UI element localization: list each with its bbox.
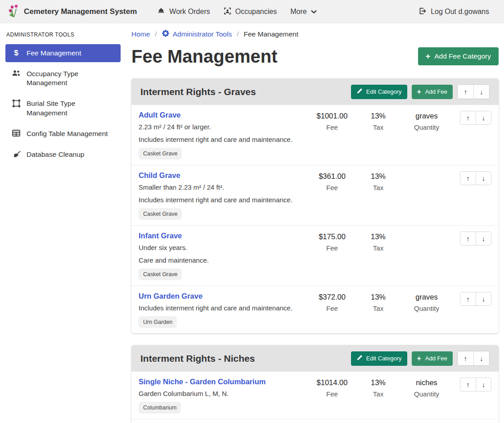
edit-category-button[interactable]: Edit Category	[351, 85, 407, 99]
fee-amount: $361.00	[307, 172, 357, 181]
category-title: Interment Rights - Graves	[140, 86, 346, 97]
sidebar-item-config-table-management[interactable]: Config Table Management	[5, 125, 121, 143]
fee-tax: 13%	[357, 172, 400, 181]
fee-desc: Includes interment right and care and ma…	[139, 304, 305, 312]
hardhat-icon	[157, 7, 165, 16]
fee-desc: Under six years.	[139, 244, 305, 251]
arrow-up-icon: ↑	[464, 88, 468, 96]
fee-amount: $1001.00	[307, 112, 357, 120]
arrow-down-icon: ↓	[482, 235, 486, 242]
move-fee-down-button[interactable]: ↓	[476, 172, 491, 185]
bounding-box-icon	[12, 100, 21, 107]
move-fee-up-button[interactable]: ↑	[460, 232, 476, 245]
fee-desc: Smaller than 2.23 m² / 24 ft².	[139, 183, 305, 191]
add-fee-button[interactable]: + Add Fee	[412, 351, 453, 366]
fee-reorder-group: ↑ ↓	[460, 378, 491, 391]
chevron-down-icon	[311, 8, 317, 16]
breadcrumb-home-link[interactable]: Home	[131, 30, 150, 38]
fee-quantity-label: Quantity	[400, 390, 454, 398]
fee-tax-col: 13% Tax	[357, 292, 400, 312]
fee-tax-col: 13% Tax	[357, 378, 400, 398]
fee-rows: Adult Grave 2.23 m² / 24 ft² or larger. …	[131, 105, 499, 333]
sidebar-item-fee-management[interactable]: $ Fee Management	[5, 44, 121, 62]
fee-name-link[interactable]: Single Niche - Garden Columbarium	[139, 378, 266, 386]
fee-name-link[interactable]: Adult Grave	[139, 111, 181, 119]
category-title: Interment Rights - Niches	[140, 353, 346, 364]
fee-tax-label: Tax	[357, 305, 400, 312]
add-fee-label: Add Fee	[425, 355, 447, 362]
move-fee-up-button[interactable]: ↑	[460, 172, 476, 185]
app-brand[interactable]: Cemetery Management System	[8, 4, 137, 19]
dollar-icon: $	[12, 49, 21, 57]
fee-tax-label: Tax	[357, 390, 400, 398]
fee-amount-col: $372.00 Fee	[307, 292, 357, 312]
move-fee-up-button[interactable]: ↑	[460, 292, 476, 305]
fee-amount-label: Fee	[307, 184, 357, 191]
page-title: Fee Management	[131, 46, 278, 67]
fee-tax-col: 13% Tax	[357, 232, 400, 252]
fee-amount-col: $361.00 Fee	[307, 171, 357, 191]
sidebar-item-label: Config Table Management	[27, 129, 108, 138]
fee-name-link[interactable]: Infant Grave	[139, 232, 182, 240]
fee-row: Companion Niche - Garden Columbarium Gar…	[131, 419, 499, 423]
arrow-up-icon: ↑	[466, 174, 470, 182]
table-icon	[12, 130, 21, 136]
move-fee-down-button[interactable]: ↓	[476, 292, 491, 305]
move-category-up-button[interactable]: ↑	[458, 351, 473, 365]
logout-label: Log Out d.gowans	[431, 8, 489, 16]
nav-work-orders[interactable]: Work Orders	[157, 7, 210, 16]
broom-icon	[12, 150, 21, 158]
arrow-up-icon: ↑	[466, 235, 470, 242]
breadcrumb-admin-tools-link[interactable]: Administrator Tools	[162, 30, 232, 39]
fee-tax-label: Tax	[357, 244, 400, 252]
move-category-down-button[interactable]: ↓	[473, 85, 489, 99]
fee-name-link[interactable]: Child Grave	[139, 171, 180, 180]
pencil-icon	[356, 88, 362, 96]
fee-row: Infant Grave Under six years. Care and m…	[131, 225, 499, 286]
sidebar-item-occupancy-type-management[interactable]: Occupancy Type Management	[5, 65, 121, 92]
move-fee-down-button[interactable]: ↓	[476, 111, 491, 124]
fee-amount-col: $1001.00 Fee	[307, 111, 357, 131]
fee-quantity-col: graves Quantity	[400, 292, 454, 312]
sidebar-heading: ADMINISTRATOR TOOLS	[6, 32, 120, 38]
nav-more-dropdown[interactable]: More	[290, 8, 316, 16]
move-fee-up-button[interactable]: ↑	[460, 111, 476, 124]
fee-amount: $372.00	[307, 293, 357, 301]
edit-category-label: Edit Category	[366, 355, 402, 362]
move-category-up-button[interactable]: ↑	[458, 85, 473, 99]
move-fee-up-button[interactable]: ↑	[460, 378, 476, 391]
fee-type-badge: Casket Grave	[139, 208, 182, 220]
add-fee-button[interactable]: + Add Fee	[412, 85, 453, 99]
fee-name-link[interactable]: Urn Garden Grave	[139, 292, 202, 300]
fee-tax: 13%	[357, 232, 400, 241]
arrow-down-icon: ↓	[482, 174, 486, 182]
move-fee-down-button[interactable]: ↓	[476, 378, 491, 391]
fee-tax-col: 13% Tax	[357, 111, 400, 131]
move-fee-down-button[interactable]: ↓	[476, 232, 491, 245]
fee-quantity: niches	[400, 378, 454, 387]
category-list: Interment Rights - Graves Edit Category …	[131, 78, 499, 423]
fee-amount: $1014.00	[307, 378, 357, 387]
edit-category-button[interactable]: Edit Category	[351, 351, 407, 366]
fee-quantity: graves	[400, 112, 454, 120]
category-reorder-group: ↑ ↓	[457, 84, 490, 99]
fee-rows: Single Niche - Garden Columbarium Garden…	[131, 372, 499, 423]
arrow-down-icon: ↓	[482, 114, 486, 122]
add-fee-category-label: Add Fee Category	[434, 52, 491, 60]
sidebar-item-database-cleanup[interactable]: Database Cleanup	[5, 146, 121, 164]
nav-work-orders-label: Work Orders	[169, 8, 210, 16]
sidebar-item-burial-site-type-management[interactable]: Burial Site Type Management	[5, 95, 121, 122]
move-category-down-button[interactable]: ↓	[473, 351, 489, 365]
logout-button[interactable]: Log Out d.gowans	[418, 7, 489, 17]
fee-amount-label: Fee	[307, 244, 357, 252]
fee-quantity-label: Quantity	[400, 123, 454, 131]
nav-occupancies[interactable]: Occupancies	[224, 7, 277, 17]
add-fee-category-button[interactable]: + Add Fee Category	[418, 47, 499, 65]
fee-amount-label: Fee	[307, 123, 357, 131]
fee-row: Single Niche - Garden Columbarium Garden…	[131, 372, 499, 419]
arrow-up-icon: ↑	[464, 355, 468, 362]
sidebar-item-label: Burial Site Type Management	[27, 99, 115, 117]
fee-reorder-group: ↑ ↓	[460, 232, 491, 246]
gear-icon	[162, 30, 169, 39]
person-bounding-box-icon	[224, 7, 231, 17]
